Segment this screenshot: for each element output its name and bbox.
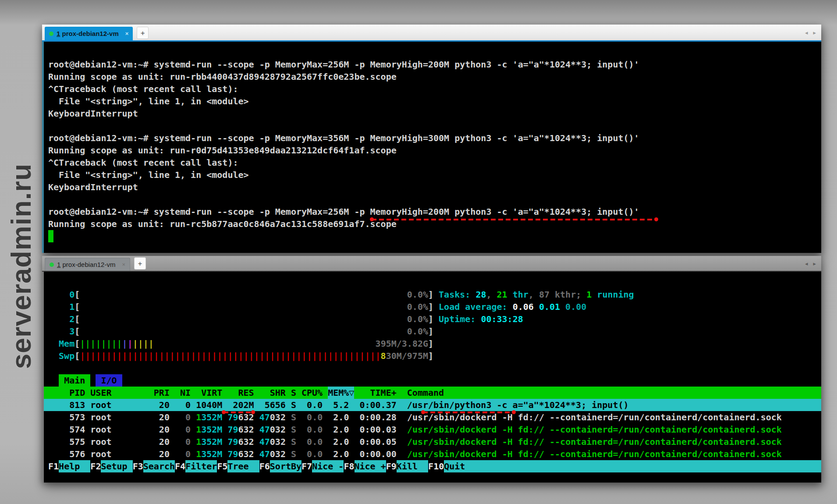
table-header[interactable]: PID USER PRI NI VIRT RES SHR S CPU% MEM%… (44, 387, 821, 399)
cpu3-meter: 3[ 0.0%] (44, 325, 821, 337)
terminal-text: 00:33:28 (481, 313, 523, 325)
terminal-window-top: 1 prox-debian12-vm × + ◂ ▸ root@debian12… (42, 25, 821, 253)
terminal-text: Filter (185, 460, 217, 472)
terminal-text (222, 448, 227, 460)
terminal-text: ||||||||||||||||||||||||||||||||||||||||… (80, 350, 380, 362)
terminal-text: /usr/sbin/dockerd -H fd:// --containerd=… (397, 448, 782, 460)
process-row-574[interactable]: 574 root 20 0 1352M 79632 47032 S 0.0 2.… (44, 423, 821, 436)
terminal-text: root@debian12-vm:~# systemd-run --scope … (48, 132, 639, 144)
shell-command-3: root@debian12-vm:~# systemd-run --scope … (44, 206, 821, 218)
terminal-text: 352M (201, 448, 222, 460)
terminal-text: F2 (90, 460, 101, 472)
terminal-text: F1 (48, 460, 59, 472)
terminal-text: 2 (48, 313, 74, 325)
terminal-text: 1 (196, 448, 201, 460)
terminal-text: 574 root 20 (48, 423, 170, 436)
watermark-serveradmin: serveradmin.ru (5, 132, 37, 369)
screen-tabs[interactable]: Main I/O (44, 374, 821, 387)
new-tab-button[interactable]: + (137, 27, 149, 39)
terminal-text: 0:00.28 (349, 411, 396, 423)
terminal-text: S (286, 448, 296, 460)
tab-prox-debian12-vm[interactable]: 1 prox-debian12-vm × (45, 258, 130, 271)
terminal-text: 032 (270, 423, 286, 436)
terminal-text: , (486, 288, 497, 301)
terminal-text: running (592, 288, 634, 301)
terminal-text: KeyboardInterrupt (48, 107, 138, 120)
terminal-text: 0.0 (296, 448, 323, 460)
process-row-813[interactable]: 813 root 20 0 1040M 202M 5656 S 0.0 5.2 … (44, 399, 821, 411)
terminal-text: F7 (301, 460, 312, 472)
scroll-right-icon[interactable]: ▸ (813, 260, 816, 267)
terminal-text: root@debian12-vm:~# systemd-run --scope … (48, 206, 639, 218)
terminal-text: | (122, 337, 128, 350)
terminal-text: 47 (259, 423, 270, 436)
terminal-text: Mem (48, 337, 74, 350)
terminal-text: 0 (170, 436, 191, 448)
shell-command-1: root@debian12-vm:~# systemd-run --scope … (44, 58, 821, 71)
terminal-text: 032 (270, 436, 286, 448)
scroll-left-icon[interactable]: ◂ (805, 29, 808, 36)
terminal-text: F5 (217, 460, 227, 472)
terminal-text: 0.06 (513, 301, 539, 313)
shell-output: ^CTraceback (most recent call last): (44, 156, 821, 169)
terminal-text (254, 448, 259, 460)
terminal-text: Quit (444, 460, 821, 472)
terminal-text: 632 (238, 436, 254, 448)
tab-label: prox-debian12-vm (63, 261, 116, 268)
terminal-text (191, 448, 196, 460)
terminal-text: F9 (386, 460, 397, 472)
scroll-right-icon[interactable]: ▸ (813, 29, 816, 36)
terminal-text: 0.0 (296, 411, 323, 423)
terminal-text: ] (428, 350, 433, 362)
terminal-screen-htop[interactable]: 0[ 0.0%] Tasks: 28, 21 thr, 87 kthr; 1 r… (42, 272, 821, 483)
terminal-text: 352M (201, 436, 222, 448)
terminal-text (80, 313, 407, 325)
terminal-text: ] (428, 313, 439, 325)
tab-prox-debian12-vm[interactable]: 1 prox-debian12-vm × (45, 27, 133, 40)
shell-output: KeyboardInterrupt (44, 107, 821, 120)
cursor-line (44, 230, 821, 242)
terminal-text (191, 411, 196, 423)
session-status-icon (49, 32, 53, 36)
terminal-screen-top[interactable]: root@debian12-vm:~# systemd-run --scope … (42, 42, 821, 253)
terminal-text: 0.00 (565, 301, 586, 313)
terminal-text: [ (74, 337, 80, 350)
terminal-text: Search (143, 460, 175, 472)
function-key-bar[interactable]: F1Help F2Setup F3SearchF4FilterF5Tree F6… (44, 460, 821, 472)
annotation-underline-memoryhigh (372, 219, 656, 220)
terminal-text: 352M (201, 411, 222, 423)
terminal-text: MEM%▽ (328, 387, 354, 399)
terminal-text: 8 (381, 350, 386, 362)
terminal-text: /usr/sbin/dockerd -H fd:// --containerd=… (397, 423, 782, 436)
terminal-text: 632 (238, 448, 254, 460)
terminal-text: ^CTraceback (most recent call last): (48, 83, 238, 95)
terminal-text (48, 230, 53, 242)
process-row-576[interactable]: 576 root 20 0 1352M 79632 47032 S 0.0 2.… (44, 448, 821, 460)
new-tab-button[interactable]: + (134, 257, 146, 270)
terminal-text: 0.0 (296, 423, 323, 436)
annotation-underline-res-202m (223, 412, 253, 413)
terminal-text: F4 (175, 460, 185, 472)
terminal-text: | (128, 337, 133, 350)
terminal-text: Running scope as unit: run-rbb4400437d89… (48, 71, 397, 83)
cpu2-meter: 2[ 0.0%] Uptime: 00:33:28 (44, 313, 821, 325)
close-icon[interactable]: × (125, 30, 129, 37)
terminal-text: Uptime: (439, 313, 481, 325)
terminal-text: |||||||| (80, 337, 122, 350)
terminal-text: [ (74, 288, 80, 301)
terminal-text: PID USER PRI NI VIRT RES SHR S CPU% (48, 387, 328, 399)
mem-meter: Mem[|||||||||||||| 395M/3.82G] (44, 337, 821, 350)
process-row-575[interactable]: 575 root 20 0 1352M 79632 47032 S 0.0 2.… (44, 436, 821, 448)
session-status-icon (50, 263, 54, 267)
scroll-left-icon[interactable]: ◂ (805, 260, 808, 267)
terminal-text: Kill (397, 460, 428, 472)
terminal-text: /usr/sbin/dockerd -H fd:// --containerd=… (397, 436, 782, 448)
terminal-text: 47 (259, 436, 270, 448)
terminal-text: 0.0% (407, 325, 428, 337)
terminal-text: ^CTraceback (most recent call last): (48, 156, 238, 169)
terminal-text: 47 (259, 448, 270, 460)
terminal-window-bottom: 1 prox-debian12-vm × + ◂ ▸ 0[ 0.0%] Task… (42, 256, 821, 483)
cpu0-meter: 0[ 0.0%] Tasks: 28, 21 thr, 87 kthr; 1 r… (44, 288, 821, 301)
close-icon[interactable]: × (122, 261, 125, 268)
blank-line (44, 120, 821, 132)
